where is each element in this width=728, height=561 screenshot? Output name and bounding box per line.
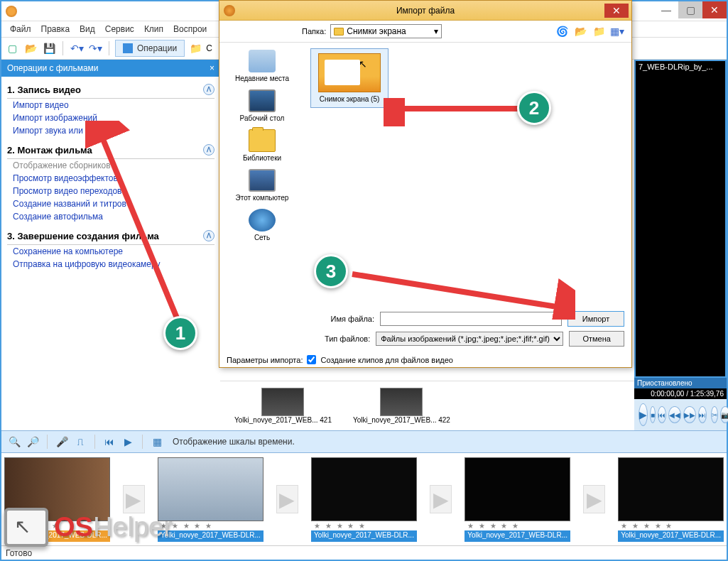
watermark-icon — [4, 508, 48, 547]
zoom-out-icon[interactable]: 🔎 — [26, 435, 40, 449]
save-icon[interactable]: 💾 — [41, 40, 57, 56]
storyboard-clip[interactable]: ★ ★ ★ ★ ★ Yolki_novye_2017_WEB-DLR... — [158, 457, 264, 542]
dialog-title: Импорт файла — [219, 6, 631, 16]
task-pane-header: Операции с фильмами × — [1, 60, 220, 77]
arrow-3 — [348, 270, 575, 320]
mic-icon[interactable]: 🎤 — [55, 435, 69, 449]
import-options: Параметры импорта: Создание клипов для ф… — [219, 352, 631, 367]
rewind-icon[interactable]: ◀◀ — [668, 406, 681, 423]
cursor-icon: ↖ — [359, 58, 367, 70]
rewind-icon[interactable]: ⏮ — [102, 435, 116, 449]
up-icon[interactable]: 📂 — [573, 24, 587, 38]
chevron-up-icon[interactable]: ᐱ — [203, 230, 214, 241]
task-pane-close-icon[interactable]: × — [210, 63, 214, 73]
filetype-select[interactable]: Файлы изображений (*.jpg;*.jpeg;*.jpe;*.… — [376, 332, 563, 346]
arrow-1 — [85, 121, 199, 327]
svg-line-0 — [99, 131, 178, 320]
folder-dropdown[interactable]: Снимки экрана ▾ — [330, 24, 442, 38]
views-icon[interactable]: ▦▾ — [610, 24, 624, 38]
window-controls: — ▢ ✕ — [654, 1, 727, 18]
step-marker-3: 3 — [314, 254, 348, 288]
transition-placeholder[interactable]: ▶ — [430, 485, 452, 513]
transition-placeholder[interactable]: ▶ — [276, 485, 298, 513]
create-clips-checkbox[interactable] — [307, 355, 316, 364]
minimize-button[interactable]: — — [654, 1, 678, 18]
separator — [63, 41, 63, 55]
preview-controls: ▶ ■ ⏮ ◀◀ ▶▶ ⏭ ✂ 📷 — [634, 399, 727, 430]
place-libraries[interactable]: Библиотеки — [243, 129, 281, 162]
close-button[interactable]: ✕ — [702, 1, 727, 18]
collection-item[interactable]: Yolki_novye_2017_WEB... 422 — [353, 388, 450, 424]
statusbar: Готово — [1, 545, 727, 560]
link-import-video[interactable]: Импорт видео — [7, 99, 214, 111]
next-icon[interactable]: ⏭ — [698, 406, 707, 423]
preview-video[interactable]: 7_WEB-DLRip_by_... — [636, 61, 725, 376]
preview-time: 0:00:00,00 / 1:25:39,76 — [634, 388, 727, 399]
svg-line-2 — [352, 274, 565, 308]
timeline-toolbar: 🔍 🔎 🎤 ⎍ ⏮ ▶ ▦ Отображение шкалы времени. — [1, 430, 727, 453]
watermark: OS Helper — [4, 508, 173, 547]
undo-icon[interactable]: ↶▾ — [69, 40, 85, 56]
collections-label: С — [206, 43, 212, 53]
dialog-titlebar: Импорт файла ✕ — [219, 1, 631, 21]
maximize-button[interactable]: ▢ — [678, 1, 702, 18]
redo-icon[interactable]: ↷▾ — [87, 40, 103, 56]
stop-icon[interactable]: ■ — [650, 406, 656, 423]
operations-button[interactable]: Операции — [115, 40, 185, 57]
arrow-2 — [384, 98, 526, 126]
clip-thumbnail — [261, 388, 304, 416]
place-network[interactable]: Сеть — [249, 209, 276, 241]
places-bar: Недавние места Рабочий стол Библиотеки Э… — [219, 43, 305, 305]
cancel-button[interactable]: Отмена — [569, 331, 624, 347]
file-item-selected[interactable]: ↖ Снимок экрана (5) — [310, 48, 389, 108]
open-icon[interactable]: 📂 — [23, 40, 38, 56]
place-computer[interactable]: Этот компьютер — [236, 169, 289, 202]
menu-tools[interactable]: Сервис — [101, 23, 138, 36]
operations-icon — [123, 43, 133, 53]
collection-item[interactable]: Yolki_novye_2017_WEB... 421 — [234, 388, 332, 424]
storyboard-clip[interactable]: ★ ★ ★ ★ ★ Yolki_novye_2017_WEB-DLR... — [311, 457, 417, 542]
section-capture: 1. Запись видео ᐱ — [7, 81, 214, 99]
timeline-label: Отображение шкалы времени. — [173, 437, 295, 447]
folder-label: Папка: — [302, 27, 326, 36]
step-marker-1: 1 — [163, 316, 197, 350]
levels-icon[interactable]: ⎍ — [73, 435, 87, 449]
new-icon[interactable]: ▢ — [4, 40, 20, 56]
play-icon[interactable]: ▶ — [121, 435, 135, 449]
collection-row: Yolki_novye_2017_WEB... 421 Yolki_novye_… — [220, 381, 634, 430]
storyboard-clip[interactable]: ★ ★ ★ ★ ★ Yolki_novye_2017_WEB-DLR... — [464, 457, 570, 542]
preview-status: Приостановлено — [634, 378, 727, 388]
snapshot-icon[interactable]: 📷 — [720, 406, 728, 423]
transition-placeholder[interactable]: ▶ — [583, 485, 605, 513]
step-marker-2: 2 — [517, 91, 551, 125]
new-folder-icon[interactable]: 📁 — [592, 24, 606, 38]
clip-thumbnail — [380, 388, 423, 416]
timeline-view-icon[interactable]: ▦ — [150, 435, 164, 449]
chevron-up-icon[interactable]: ᐱ — [203, 144, 214, 156]
import-button[interactable]: Импорт — [567, 311, 624, 327]
menu-view[interactable]: Вид — [75, 23, 99, 36]
folder-icon — [334, 28, 344, 36]
back-icon[interactable]: 🌀 — [555, 24, 569, 38]
prev-icon[interactable]: ⏮ — [658, 406, 666, 423]
preview-clip-name: 7_WEB-DLRip_by_... — [636, 61, 716, 72]
split-icon[interactable]: ✂ — [711, 406, 718, 423]
menu-clip[interactable]: Клип — [140, 23, 168, 36]
filetype-label: Тип файлов: — [308, 334, 370, 343]
play-icon[interactable]: ▶ — [639, 403, 648, 426]
collections-icon[interactable]: 📁 — [188, 40, 203, 56]
forward-icon[interactable]: ▶▶ — [683, 406, 696, 423]
place-desktop[interactable]: Рабочий стол — [240, 89, 285, 122]
preview-panel: 7_WEB-DLRip_by_... Приостановлено 0:00:0… — [634, 60, 727, 430]
zoom-in-icon[interactable]: 🔍 — [7, 435, 21, 449]
dialog-toolbar: Папка: Снимки экрана ▾ 🌀 📂 📁 ▦▾ — [219, 21, 631, 42]
menu-file[interactable]: Файл — [6, 23, 36, 36]
file-list[interactable]: ↖ Снимок экрана (5) — [305, 43, 631, 305]
menu-edit[interactable]: Правка — [37, 23, 75, 36]
place-recent[interactable]: Недавние места — [235, 50, 289, 82]
file-thumbnail: ↖ — [318, 53, 381, 92]
menu-play[interactable]: Воспрои — [169, 23, 211, 36]
chevron-up-icon[interactable]: ᐱ — [203, 84, 214, 95]
separator — [109, 41, 109, 55]
storyboard-clip[interactable]: ★ ★ ★ ★ ★ Yolki_novye_2017_WEB-DLR... — [618, 457, 724, 542]
